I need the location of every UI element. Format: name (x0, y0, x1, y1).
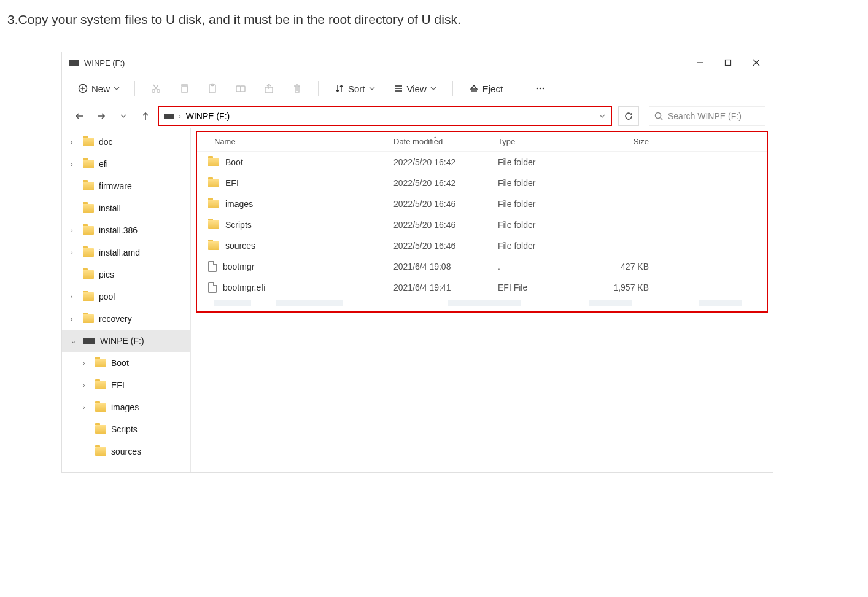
close-button[interactable] (742, 52, 770, 73)
address-bar[interactable]: › WINPE (F:) (158, 106, 612, 126)
cell-type: File folder (498, 157, 590, 167)
tree-item[interactable]: ›install.386 (62, 219, 190, 241)
file-row[interactable]: EFI2022/5/20 16:42File folder (197, 173, 767, 193)
tree-item[interactable]: ›recovery (62, 308, 190, 330)
eject-button[interactable]: Eject (462, 80, 510, 98)
cell-type: File folder (498, 199, 590, 209)
expand-chevron-icon[interactable]: › (83, 404, 90, 411)
sort-button[interactable]: Sort (327, 80, 382, 98)
chevron-down-icon[interactable] (599, 112, 606, 120)
maximize-button[interactable] (714, 52, 742, 73)
column-name[interactable]: Name (197, 137, 393, 146)
tree-item[interactable]: ›install.amd (62, 241, 190, 263)
folder-icon (208, 200, 219, 208)
cell-name: EFI (197, 178, 393, 188)
copy-button[interactable] (172, 77, 196, 99)
breadcrumb-chevron-icon: › (179, 112, 181, 120)
bottom-shadow (197, 300, 767, 311)
folder-icon (95, 359, 106, 367)
expand-chevron-icon[interactable]: › (71, 249, 78, 256)
tree-item-label: install.amd (99, 248, 140, 257)
tree-item[interactable]: ›Scripts (62, 418, 190, 440)
tree-item[interactable]: ›sources (62, 440, 190, 462)
cell-date: 2022/5/20 16:46 (393, 241, 498, 251)
svg-rect-11 (182, 86, 187, 93)
file-row[interactable]: sources2022/5/20 16:46File folder (197, 235, 767, 256)
toolbar-separator (134, 81, 135, 96)
tree-item[interactable]: ›EFI (62, 374, 190, 396)
folder-icon (83, 138, 94, 146)
search-input[interactable]: Search WINPE (F:) (649, 106, 765, 126)
column-date[interactable]: ⌃ Date modified (393, 137, 498, 146)
expand-chevron-icon[interactable]: › (71, 227, 78, 234)
expand-chevron-icon[interactable]: › (71, 138, 78, 146)
folder-icon (95, 381, 106, 389)
folder-icon (95, 447, 106, 456)
cell-name: Boot (197, 157, 393, 167)
share-button[interactable] (257, 77, 281, 99)
expand-chevron-icon[interactable]: › (83, 381, 90, 389)
expand-chevron-icon[interactable]: ⌄ (71, 337, 78, 345)
cell-date: 2022/5/20 16:46 (393, 199, 498, 209)
tree-item-label: images (111, 402, 139, 412)
expand-chevron-icon[interactable]: › (71, 315, 78, 322)
file-icon (208, 282, 217, 293)
file-row[interactable]: bootmgr2021/6/4 19:08.427 KB (197, 256, 767, 277)
view-button[interactable]: View (386, 80, 444, 98)
expand-chevron-icon[interactable]: › (71, 160, 78, 168)
tree-item-label: Boot (111, 358, 129, 368)
expand-chevron-icon[interactable]: › (71, 293, 78, 300)
file-row[interactable]: images2022/5/20 16:46File folder (197, 193, 767, 214)
paste-button[interactable] (200, 77, 225, 99)
tree-item[interactable]: ›images (62, 396, 190, 418)
navigation-tree: ›doc›efi›firmware›install›install.386›in… (62, 128, 191, 472)
folder-icon (83, 182, 94, 190)
view-label: View (407, 84, 427, 94)
new-button[interactable]: New (72, 80, 126, 98)
tree-item[interactable]: ›pool (62, 286, 190, 308)
back-button[interactable] (69, 106, 89, 126)
window-title: WINPE (F:) (84, 58, 686, 68)
tree-item[interactable]: ›efi (62, 153, 190, 175)
file-row[interactable]: bootmgr.efi2021/6/4 19:41EFI File1,957 K… (197, 277, 767, 298)
file-name: EFI (225, 178, 239, 188)
folder-icon (208, 220, 219, 229)
column-size[interactable]: Size (590, 137, 664, 146)
cell-type: . (498, 262, 590, 271)
refresh-button[interactable] (618, 106, 639, 126)
delete-button[interactable] (285, 77, 309, 99)
rename-button[interactable] (228, 77, 253, 99)
svg-point-24 (540, 88, 541, 90)
toolbar-separator (452, 81, 453, 96)
svg-line-27 (661, 118, 662, 120)
file-row[interactable]: Boot2022/5/20 16:42File folder (197, 152, 767, 173)
file-row[interactable]: Scripts2022/5/20 16:46File folder (197, 214, 767, 235)
cut-button[interactable] (144, 77, 168, 99)
tree-item[interactable]: ›pics (62, 263, 190, 286)
toolbar-separator (519, 81, 519, 96)
more-button[interactable] (528, 77, 552, 99)
tree-item-label: WINPE (F:) (100, 336, 144, 346)
cell-date: 2021/6/4 19:41 (393, 283, 498, 292)
recent-dropdown[interactable] (114, 106, 133, 126)
expand-chevron-icon[interactable]: › (83, 359, 90, 367)
tree-item[interactable]: ›doc (62, 131, 190, 153)
svg-point-25 (543, 88, 544, 90)
tree-item[interactable]: ›install (62, 197, 190, 219)
file-name: Scripts (225, 220, 252, 230)
cell-name: sources (197, 241, 393, 251)
column-type[interactable]: Type (498, 137, 590, 146)
up-button[interactable] (136, 106, 155, 126)
cell-name: bootmgr.efi (197, 282, 393, 293)
cell-name: images (197, 199, 393, 209)
tree-item[interactable]: ›firmware (62, 175, 190, 197)
folder-icon (83, 160, 94, 168)
tree-item[interactable]: ⌄WINPE (F:) (62, 330, 190, 352)
sort-indicator-icon: ⌃ (433, 136, 438, 142)
tree-item[interactable]: ›Boot (62, 352, 190, 374)
usb-drive-icon (164, 114, 174, 119)
minimize-button[interactable] (686, 52, 714, 73)
forward-button[interactable] (91, 106, 111, 126)
cell-date: 2022/5/20 16:42 (393, 178, 498, 188)
tree-item-label: pics (99, 270, 114, 279)
